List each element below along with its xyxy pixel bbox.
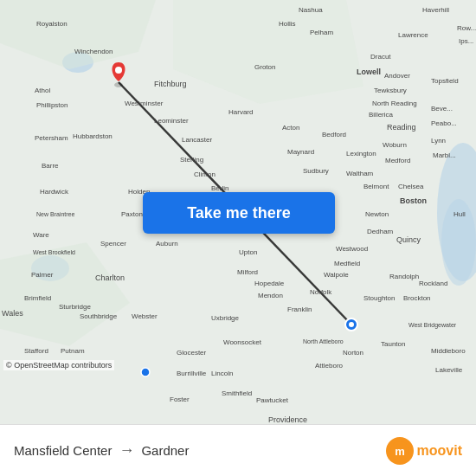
svg-text:Clinton: Clinton: [194, 170, 215, 178]
svg-text:Ware: Ware: [33, 231, 49, 239]
svg-text:Paxton: Paxton: [121, 210, 143, 218]
svg-text:Andover: Andover: [384, 72, 410, 80]
svg-text:Peabo...: Peabo...: [431, 119, 457, 127]
svg-text:Norfolk: Norfolk: [310, 288, 332, 296]
svg-text:Hollis: Hollis: [279, 20, 296, 28]
svg-text:Burrillville: Burrillville: [177, 370, 207, 377]
svg-text:Providence: Providence: [268, 415, 307, 424]
svg-text:Medfield: Medfield: [334, 260, 360, 267]
svg-text:Auburn: Auburn: [156, 240, 178, 248]
svg-text:Woonsocket: Woonsocket: [223, 338, 262, 346]
svg-text:Quincy: Quincy: [396, 235, 421, 244]
svg-text:Southbridge: Southbridge: [80, 312, 118, 320]
svg-text:Brockton: Brockton: [403, 294, 431, 302]
svg-text:Smithfield: Smithfield: [222, 389, 252, 397]
svg-text:Sudbury: Sudbury: [303, 167, 329, 175]
svg-text:Stafford: Stafford: [24, 347, 48, 355]
svg-text:Webster: Webster: [132, 312, 158, 320]
svg-text:Lynn: Lynn: [431, 137, 446, 145]
svg-text:Milford: Milford: [237, 268, 258, 276]
svg-text:Glocester: Glocester: [177, 349, 207, 357]
svg-text:Lakeville: Lakeville: [435, 366, 463, 374]
svg-text:Taunton: Taunton: [381, 340, 405, 348]
svg-text:Lawrence: Lawrence: [398, 31, 428, 39]
svg-text:Hopedale: Hopedale: [254, 280, 285, 287]
route-info: Mansfield Center → Gardner: [14, 441, 189, 460]
svg-text:Lowell: Lowell: [357, 68, 381, 76]
svg-text:Dracut: Dracut: [370, 53, 391, 61]
svg-text:Norton: Norton: [343, 349, 363, 357]
arrow-icon: →: [119, 441, 134, 460]
svg-text:North Reading: North Reading: [372, 100, 417, 107]
svg-text:Middleboro: Middleboro: [431, 347, 466, 355]
svg-text:Woburn: Woburn: [383, 141, 407, 149]
svg-text:Berlin: Berlin: [211, 184, 228, 192]
svg-text:Leominster: Leominster: [154, 117, 189, 125]
svg-text:Lexington: Lexington: [346, 150, 376, 158]
svg-text:Royalston: Royalston: [36, 20, 68, 28]
to-city: Gardner: [141, 443, 189, 458]
svg-text:Sturbridge: Sturbridge: [59, 303, 91, 311]
osm-attribution: © OpenStreetMap contributors: [3, 360, 114, 370]
svg-text:Beve...: Beve...: [431, 105, 453, 113]
svg-text:Petersham: Petersham: [35, 134, 68, 142]
svg-text:Barre: Barre: [42, 162, 59, 170]
take-me-there-button[interactable]: Take me there: [143, 192, 335, 234]
svg-text:Lancaster: Lancaster: [182, 136, 212, 144]
svg-text:North Attleboro: North Attleboro: [303, 338, 344, 344]
svg-text:Franklin: Franklin: [287, 306, 312, 313]
svg-text:Palmer: Palmer: [31, 271, 54, 279]
svg-text:Topsfield: Topsfield: [431, 77, 459, 85]
svg-text:Westminster: Westminster: [125, 100, 164, 107]
svg-text:Upton: Upton: [239, 248, 257, 256]
svg-text:Pelham: Pelham: [310, 29, 333, 36]
svg-text:Putnam: Putnam: [61, 347, 85, 355]
svg-text:Lincoln: Lincoln: [211, 370, 233, 377]
svg-text:Boston: Boston: [400, 196, 427, 205]
svg-text:Pawtucket: Pawtucket: [256, 396, 289, 404]
svg-text:Groton: Groton: [254, 63, 275, 71]
svg-text:Walpole: Walpole: [324, 271, 349, 279]
svg-text:Marbl...: Marbl...: [433, 151, 456, 159]
svg-text:Sterling: Sterling: [180, 156, 203, 164]
svg-text:Brimfield: Brimfield: [24, 294, 51, 302]
svg-text:Row...: Row...: [457, 24, 476, 32]
svg-text:Harvard: Harvard: [228, 108, 253, 116]
svg-point-112: [141, 368, 150, 376]
svg-text:Randolph: Randolph: [389, 273, 419, 280]
svg-text:Rockland: Rockland: [419, 280, 447, 287]
svg-text:Waltham: Waltham: [346, 170, 374, 177]
svg-text:Stoughton: Stoughton: [363, 294, 395, 302]
svg-text:Dedham: Dedham: [367, 228, 394, 235]
take-me-there-label: Take me there: [187, 204, 291, 222]
from-city: Mansfield Center: [14, 443, 112, 458]
moovit-logo[interactable]: m moovit: [386, 437, 462, 465]
svg-text:Medford: Medford: [385, 157, 410, 164]
svg-text:Haverhill: Haverhill: [422, 6, 449, 14]
svg-text:Uxbridge: Uxbridge: [211, 314, 240, 322]
svg-text:Foster: Foster: [170, 396, 190, 403]
svg-text:Nashua: Nashua: [299, 6, 323, 14]
svg-text:Reading: Reading: [387, 123, 416, 132]
svg-text:Fitchburg: Fitchburg: [154, 80, 187, 88]
svg-text:Hull: Hull: [453, 210, 466, 218]
svg-text:Billerica: Billerica: [369, 111, 394, 119]
svg-text:Wales: Wales: [2, 309, 23, 318]
svg-point-111: [349, 322, 354, 327]
svg-text:Phillipston: Phillipston: [36, 101, 68, 109]
svg-text:Belmont: Belmont: [363, 183, 389, 190]
svg-text:Maynard: Maynard: [287, 148, 314, 156]
svg-text:New Braintree: New Braintree: [36, 211, 74, 217]
svg-text:Spencer: Spencer: [100, 240, 126, 248]
svg-text:Acton: Acton: [282, 124, 299, 132]
svg-text:Charlton: Charlton: [95, 273, 125, 282]
svg-text:Newton: Newton: [365, 210, 389, 218]
svg-text:Hardwick: Hardwick: [40, 188, 69, 196]
svg-text:Attleboro: Attleboro: [315, 362, 344, 370]
svg-text:West Brookfield: West Brookfield: [33, 249, 75, 255]
bottom-bar: Mansfield Center → Gardner m moovit: [0, 424, 476, 476]
svg-text:Mendon: Mendon: [258, 292, 283, 299]
svg-point-108: [114, 82, 123, 87]
svg-text:Hubbardston: Hubbardston: [73, 132, 113, 140]
moovit-icon: m: [386, 437, 414, 465]
